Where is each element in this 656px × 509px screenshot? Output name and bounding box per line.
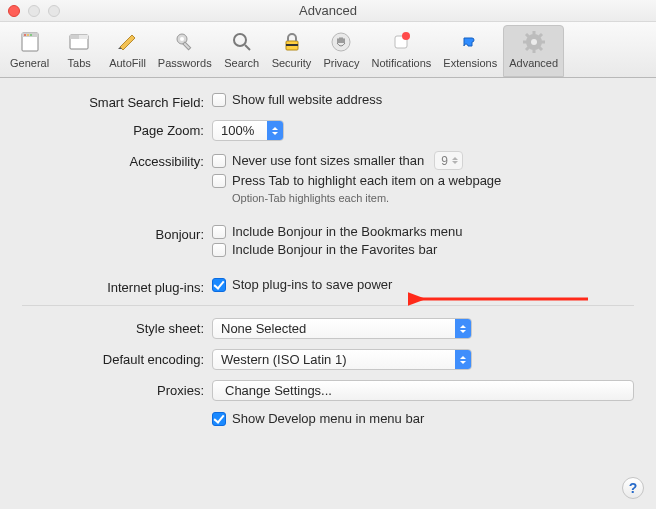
svg-point-4 <box>30 34 32 36</box>
window-title: Advanced <box>299 3 357 18</box>
smart-search-label: Smart Search Field: <box>22 92 212 110</box>
tab-label: Tabs <box>68 57 91 69</box>
tab-advanced[interactable]: Advanced <box>503 25 564 77</box>
chevrons-icon <box>452 157 458 164</box>
tab-label: Extensions <box>443 57 497 69</box>
svg-rect-10 <box>183 42 191 50</box>
tab-notifications[interactable]: Notifications <box>365 25 437 77</box>
stylesheet-popup[interactable]: None Selected <box>212 318 472 339</box>
lock-icon <box>277 28 307 56</box>
svg-point-9 <box>180 37 184 41</box>
checkbox-label: Stop plug-ins to save power <box>232 277 392 292</box>
checkbox-label: Never use font sizes smaller than <box>232 153 424 168</box>
encoding-label: Default encoding: <box>22 349 212 367</box>
help-button[interactable]: ? <box>622 477 644 499</box>
svg-line-26 <box>526 47 529 50</box>
svg-line-24 <box>526 34 529 37</box>
show-full-address-checkbox[interactable]: Show full website address <box>212 92 634 107</box>
button-label: Change Settings... <box>225 383 332 398</box>
tab-search[interactable]: Search <box>218 25 266 77</box>
svg-rect-6 <box>70 35 79 39</box>
chevrons-icon <box>455 319 471 338</box>
encoding-popup[interactable]: Western (ISO Latin 1) <box>212 349 472 370</box>
svg-line-25 <box>539 47 542 50</box>
chevrons-icon <box>267 121 283 140</box>
show-develop-checkbox[interactable]: Show Develop menu in menu bar <box>212 411 634 426</box>
svg-rect-14 <box>286 44 298 46</box>
svg-point-11 <box>234 34 246 46</box>
min-font-stepper: 9 <box>434 151 463 170</box>
tab-privacy[interactable]: Privacy <box>317 25 365 77</box>
accessibility-hint: Option-Tab highlights each item. <box>232 192 634 204</box>
svg-point-15 <box>332 33 350 51</box>
advanced-pane: Smart Search Field: Show full website ad… <box>0 78 656 426</box>
gear-icon <box>519 28 549 56</box>
tab-label: Privacy <box>323 57 359 69</box>
tab-label: Security <box>272 57 312 69</box>
min-font-checkbox[interactable]: Never use font sizes smaller than 9 <box>212 151 634 170</box>
bell-icon <box>386 28 416 56</box>
checkbox-icon <box>212 243 226 257</box>
checkbox-icon <box>212 278 226 292</box>
tab-label: Advanced <box>509 57 558 69</box>
bonjour-favorites-checkbox[interactable]: Include Bonjour in the Favorites bar <box>212 242 634 257</box>
popup-value: Western (ISO Latin 1) <box>221 352 352 367</box>
checkbox-icon <box>212 174 226 188</box>
key-icon <box>170 28 200 56</box>
svg-point-3 <box>27 34 29 36</box>
svg-point-17 <box>402 32 410 40</box>
checkbox-label: Show Develop menu in menu bar <box>232 411 424 426</box>
checkbox-label: Include Bonjour in the Favorites bar <box>232 242 437 257</box>
svg-rect-7 <box>79 35 88 39</box>
general-icon <box>15 28 45 56</box>
page-zoom-label: Page Zoom: <box>22 120 212 138</box>
stepper-value: 9 <box>441 154 448 168</box>
tab-autofill[interactable]: AutoFill <box>103 25 152 77</box>
svg-line-12 <box>245 45 250 50</box>
close-window-button[interactable] <box>8 5 20 17</box>
plugins-label: Internet plug-ins: <box>22 277 212 295</box>
change-settings-button[interactable]: Change Settings... <box>212 380 634 401</box>
tab-general[interactable]: General <box>4 25 55 77</box>
accessibility-label: Accessibility: <box>22 151 212 169</box>
press-tab-checkbox[interactable]: Press Tab to highlight each item on a we… <box>212 173 634 188</box>
zoom-window-button <box>48 5 60 17</box>
svg-line-27 <box>539 34 542 37</box>
tab-label: Passwords <box>158 57 212 69</box>
tab-label: Search <box>224 57 259 69</box>
stylesheet-label: Style sheet: <box>22 318 212 336</box>
checkbox-icon <box>212 93 226 107</box>
tabs-icon <box>64 28 94 56</box>
checkbox-label: Press Tab to highlight each item on a we… <box>232 173 501 188</box>
tab-passwords[interactable]: Passwords <box>152 25 218 77</box>
tab-label: General <box>10 57 49 69</box>
separator <box>22 305 634 306</box>
minimize-window-button <box>28 5 40 17</box>
tab-extensions[interactable]: Extensions <box>437 25 503 77</box>
chevrons-icon <box>455 350 471 369</box>
title-bar: Advanced <box>0 0 656 22</box>
puzzle-icon <box>455 28 485 56</box>
preferences-toolbar: General Tabs AutoFill Passwords Search S… <box>0 22 656 78</box>
hand-icon <box>326 28 356 56</box>
help-icon: ? <box>629 480 638 496</box>
checkbox-icon <box>212 412 226 426</box>
bonjour-label: Bonjour: <box>22 224 212 242</box>
tab-tabs[interactable]: Tabs <box>55 25 103 77</box>
checkbox-label: Include Bonjour in the Bookmarks menu <box>232 224 463 239</box>
svg-point-19 <box>531 39 537 45</box>
popup-value: None Selected <box>221 321 312 336</box>
proxies-label: Proxies: <box>22 380 212 398</box>
checkbox-icon <box>212 154 226 168</box>
bonjour-bookmarks-checkbox[interactable]: Include Bonjour in the Bookmarks menu <box>212 224 634 239</box>
stop-plugins-checkbox[interactable]: Stop plug-ins to save power <box>212 277 634 292</box>
popup-value: 100% <box>221 123 260 138</box>
autofill-icon <box>112 28 142 56</box>
tab-security[interactable]: Security <box>266 25 318 77</box>
svg-point-2 <box>24 34 26 36</box>
checkbox-label: Show full website address <box>232 92 382 107</box>
page-zoom-popup[interactable]: 100% <box>212 120 284 141</box>
tab-label: Notifications <box>371 57 431 69</box>
checkbox-icon <box>212 225 226 239</box>
search-icon <box>227 28 257 56</box>
